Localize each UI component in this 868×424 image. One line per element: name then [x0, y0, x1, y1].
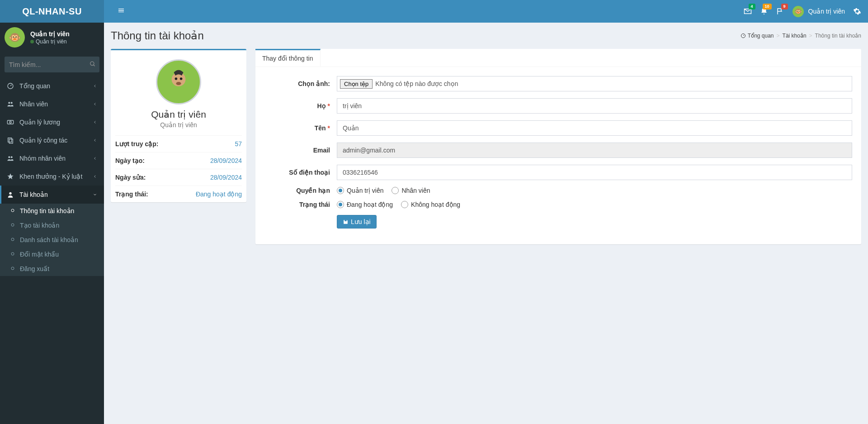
radio-label: Nhân viên [401, 187, 430, 194]
sidebar-item-label: Tài khoản [19, 191, 48, 198]
chevron-left-icon [93, 137, 97, 144]
role-radio-admin[interactable]: Quản trị viên [337, 187, 383, 194]
breadcrumb-mid[interactable]: Tài khoản [783, 33, 807, 39]
sidebar-avatar-icon: 🐵 [5, 27, 25, 48]
avatar-icon: 🐵 [793, 6, 804, 17]
search-button[interactable] [90, 61, 96, 68]
visits-value: 57 [235, 140, 242, 148]
breadcrumb: Tổng quan > Tài khoản > Thông tin tài kh… [741, 33, 861, 39]
settings-icon[interactable] [853, 7, 861, 15]
status-field-label: Trạng thái [264, 201, 337, 208]
radio-icon [337, 201, 344, 208]
chevron-left-icon [93, 82, 97, 90]
phone-input[interactable] [337, 165, 852, 180]
sidebar-item-label: Nhân viên [19, 100, 48, 108]
user-icon [7, 191, 14, 198]
profile-avatar-icon [156, 59, 201, 105]
radio-icon [337, 187, 344, 194]
users-icon [7, 155, 14, 162]
sidebar-user-role: Quản trị viên [36, 38, 67, 45]
sidebar-item-groups[interactable]: Nhóm nhân viên [0, 149, 104, 167]
svg-point-12 [11, 224, 14, 226]
created-label: Ngày tạo: [115, 157, 145, 164]
visits-label: Lượt truy cập: [115, 140, 158, 148]
flag-icon[interactable]: 9 [776, 7, 784, 15]
sidebar-user-name: Quản trị viên [30, 30, 70, 38]
profile-name: Quản trị viên [115, 109, 242, 120]
svg-rect-7 [9, 139, 13, 143]
radio-label: Quản trị viên [347, 187, 383, 194]
chevron-left-icon [93, 155, 97, 162]
brand-logo[interactable]: QL-NHAN-SU [0, 0, 104, 23]
role-radio-employee[interactable]: Nhân viên [392, 187, 430, 194]
status-label: Trạng thái: [115, 191, 148, 198]
save-button[interactable]: Lưu lại [337, 215, 377, 229]
sidebar-item-assignments[interactable]: Quản lý công tác [0, 131, 104, 149]
users-icon [7, 100, 14, 108]
circle-icon [10, 222, 15, 229]
svg-point-11 [11, 209, 14, 212]
tab-edit-info[interactable]: Thay đổi thông tin [255, 50, 320, 67]
sidebar-item-dashboard[interactable]: Tổng quan [0, 77, 104, 95]
circle-icon [10, 251, 15, 258]
circle-icon [10, 265, 15, 272]
lastname-input[interactable] [337, 98, 852, 114]
sidebar-item-salary[interactable]: Quản lý lương [0, 113, 104, 131]
created-value: 28/09/2024 [210, 157, 242, 164]
sidebar-item-label: Quản lý công tác [19, 137, 67, 144]
chevron-left-icon [93, 173, 97, 180]
submenu-create-account[interactable]: Tạo tài khoản [0, 218, 104, 233]
bell-badge: 10 [763, 4, 772, 10]
updated-label: Ngày sửa: [115, 174, 146, 181]
svg-point-20 [180, 77, 183, 80]
chevron-left-icon [93, 100, 97, 108]
page-title: Thông tin tài khoản [111, 29, 204, 42]
money-icon [7, 119, 14, 126]
sidebar-toggle[interactable] [111, 0, 132, 23]
svg-point-10 [9, 192, 11, 195]
sidebar-item-reward[interactable]: Khen thưởng - Kỷ luật [0, 167, 104, 186]
submenu-account-info[interactable]: Thông tin tài khoản [0, 204, 104, 218]
svg-point-5 [9, 121, 11, 123]
svg-point-0 [90, 62, 94, 65]
radio-icon [392, 187, 399, 194]
mail-icon[interactable]: 4 [744, 7, 752, 15]
sidebar-item-employees[interactable]: Nhân viên [0, 95, 104, 113]
star-icon [7, 173, 14, 180]
status-dot-icon [30, 40, 34, 43]
dashboard-icon [741, 33, 746, 38]
sidebar-item-account[interactable]: Tài khoản [0, 186, 104, 204]
bell-icon[interactable]: 10 [760, 7, 768, 15]
circle-icon [10, 236, 15, 243]
sidebar-user-status: Quản trị viên [30, 38, 70, 45]
svg-point-9 [11, 156, 13, 158]
submenu-change-password[interactable]: Đổi mật khẩu [0, 247, 104, 262]
status-radio-active[interactable]: Đang hoạt động [337, 201, 393, 208]
sidebar-item-label: Quản lý lương [19, 119, 60, 126]
svg-point-8 [8, 156, 10, 158]
svg-point-13 [11, 238, 14, 241]
svg-point-14 [11, 252, 14, 255]
status-radio-inactive[interactable]: Không hoạt động [401, 201, 460, 208]
file-name-label: Không có tệp nào được chọn [375, 80, 458, 87]
svg-point-15 [11, 267, 14, 270]
svg-rect-6 [8, 138, 12, 142]
user-menu[interactable]: 🐵 Quản trị viên [793, 6, 845, 17]
email-input [337, 143, 852, 158]
save-icon [343, 219, 349, 225]
role-label: Quyền hạn [264, 187, 337, 194]
flag-badge: 9 [781, 4, 788, 10]
submenu-label: Đăng xuất [20, 265, 49, 272]
search-input[interactable] [5, 57, 99, 72]
profile-role: Quản trị viên [115, 121, 242, 129]
sidebar-item-label: Tổng quan [19, 82, 50, 90]
phone-label: Số điện thoại [264, 169, 337, 176]
submenu-account-list[interactable]: Danh sách tài khoản [0, 233, 104, 247]
firstname-input[interactable] [337, 120, 852, 136]
choose-file-button[interactable]: Chọn tệp [340, 79, 373, 89]
file-input[interactable]: Chọn tệp Không có tệp nào được chọn [337, 76, 852, 91]
submenu-logout[interactable]: Đăng xuất [0, 262, 104, 276]
sidebar-item-label: Khen thưởng - Kỷ luật [19, 173, 82, 180]
breadcrumb-home[interactable]: Tổng quan [748, 33, 774, 39]
submenu-label: Thông tin tài khoản [20, 207, 74, 214]
